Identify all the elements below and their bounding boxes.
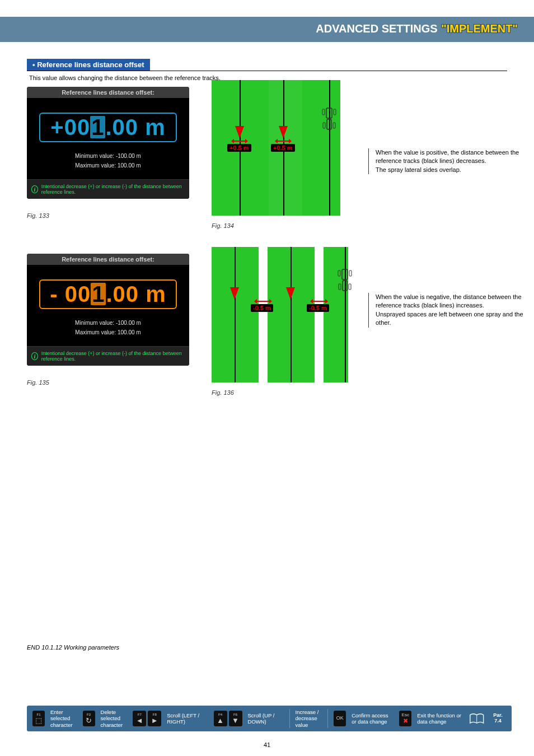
- svg-rect-2: [322, 109, 325, 115]
- svg-rect-3: [334, 109, 336, 115]
- reference-line: [235, 247, 236, 382]
- readout-prefix: - 00: [50, 282, 91, 306]
- spray-band: [302, 80, 340, 216]
- offset-readout-positive[interactable]: +001.00 m: [39, 113, 177, 142]
- book-icon: [469, 711, 484, 726]
- scroll-ud-keys: F4▲ F6▼: [214, 711, 242, 726]
- ok-key[interactable]: OK: [334, 711, 346, 726]
- explanation-negative: When the value is negative, the distance…: [368, 293, 525, 328]
- svg-rect-10: [339, 284, 341, 290]
- svg-rect-8: [338, 270, 340, 276]
- fig-caption-134: Fig. 134: [212, 222, 234, 229]
- offset-chip: -0.5 m: [251, 304, 273, 312]
- f1-key[interactable]: F1⬚: [32, 711, 45, 726]
- double-arrow-icon: [277, 141, 289, 142]
- double-arrow-icon: [233, 141, 246, 142]
- reload-icon: ↻: [86, 717, 92, 724]
- end-note: END 10.1.12 Working parameters: [27, 644, 119, 651]
- svg-rect-6: [342, 269, 348, 279]
- svg-rect-9: [349, 270, 352, 276]
- minmax-values: Minimum value: -100.00 m Maximum value: …: [27, 149, 189, 179]
- readout-cursor[interactable]: 1: [91, 283, 106, 305]
- arrow-down-icon: [230, 287, 239, 300]
- fig-caption-133: Fig. 133: [27, 212, 49, 219]
- info-icon: i: [31, 185, 38, 193]
- ok-label: OK: [336, 716, 344, 721]
- info-text: Intentional decrease (+) or increase (-)…: [41, 184, 185, 195]
- diagram-positive: +0.5 m +0.5 m Fig. 134: [212, 80, 352, 226]
- svg-rect-0: [326, 108, 332, 118]
- diagram-negative: -0.5 m -0.5 m Fig. 136: [212, 247, 352, 393]
- input-panel-negative: Reference lines distance offset: - 001.0…: [27, 254, 189, 366]
- double-arrow-icon: [312, 301, 326, 302]
- reference-line: [291, 247, 292, 382]
- minmax-values: Minimum value: -100.00 m Maximum value: …: [27, 316, 189, 346]
- panel-title: Reference lines distance offset:: [27, 87, 189, 98]
- offset-chip: -0.5 m: [307, 304, 329, 312]
- input-panel-positive: Reference lines distance offset: +001.00…: [27, 87, 189, 199]
- svg-rect-4: [323, 123, 325, 128]
- offset-chip: +0.5 m: [227, 144, 251, 152]
- page: ADVANCED SETTINGS "IMPLEMENT" • Referenc…: [0, 0, 534, 756]
- offset-readout-negative[interactable]: - 001.00 m: [39, 279, 177, 309]
- f6-key[interactable]: F6▼: [229, 711, 242, 726]
- f1-label: Enter selected character: [50, 709, 77, 728]
- max-value: Maximum value: 100.00 m: [27, 161, 189, 170]
- arrow-right-icon: ►: [151, 717, 158, 724]
- esc-key[interactable]: Esc✖: [399, 711, 411, 726]
- f2-key[interactable]: F2↻: [83, 711, 95, 726]
- double-arrow-icon: [256, 301, 270, 302]
- explanation-positive: When the value is positive, the distance…: [368, 148, 525, 174]
- readout-suffix: .00 m: [106, 282, 166, 306]
- svg-rect-7: [343, 281, 347, 291]
- character-icon: ⬚: [35, 717, 42, 724]
- info-bar: i Intentional decrease (+) or increase (…: [27, 346, 189, 366]
- fig-caption-136: Fig. 136: [212, 389, 234, 396]
- svg-rect-1: [327, 119, 331, 129]
- f7-key[interactable]: F7◄: [133, 711, 146, 726]
- arrow-down-icon: [235, 126, 244, 138]
- info-bar: i Intentional decrease (+) or increase (…: [27, 179, 189, 199]
- cancel-icon: ✖: [403, 718, 408, 724]
- tractor-icon: [321, 106, 337, 133]
- header-title-text: ADVANCED SETTINGS: [316, 22, 441, 35]
- incdec-label: Increase / decrease value: [296, 709, 322, 728]
- scroll-lr-label: Scroll (LEFT / RIGHT): [167, 712, 208, 725]
- footer-keybar: F1⬚ Enter selected character F2↻ Delete …: [27, 706, 512, 731]
- fig-caption-135: Fig. 135: [27, 379, 49, 386]
- par-ref: Par. 7.4: [490, 713, 506, 724]
- scroll-lr-keys: F7◄ F8►: [133, 711, 161, 726]
- readout-cursor[interactable]: 1: [90, 116, 105, 138]
- content: • Reference lines distance offset This v…: [0, 42, 534, 410]
- arrow-down-icon: [279, 126, 288, 138]
- section-header: • Reference lines distance offset: [27, 59, 507, 71]
- page-header-title: ADVANCED SETTINGS "IMPLEMENT": [316, 22, 518, 35]
- tractor-icon: [337, 267, 353, 294]
- f4-key[interactable]: F4▲: [214, 711, 227, 726]
- scroll-ud-label: Scroll (UP / DOWN): [248, 712, 284, 725]
- ok-label: Confirm access or data change: [352, 712, 394, 725]
- arrow-down-icon: [286, 287, 295, 300]
- page-number: 41: [0, 741, 534, 748]
- readout-suffix: .00 m: [105, 115, 165, 139]
- max-value: Maximum value: 100.00 m: [27, 328, 189, 337]
- panel-title: Reference lines distance offset:: [27, 254, 189, 265]
- info-text: Intentional decrease (+) or increase (-)…: [41, 351, 185, 362]
- separator: [289, 709, 290, 728]
- row-positive: Reference lines distance offset: +001.00…: [27, 87, 507, 244]
- info-icon: i: [31, 352, 38, 360]
- f8-key[interactable]: F8►: [148, 711, 161, 726]
- header-band: ADVANCED SETTINGS "IMPLEMENT": [0, 17, 534, 42]
- svg-rect-11: [349, 284, 351, 290]
- row-negative: Reference lines distance offset: - 001.0…: [27, 254, 507, 410]
- f2-label: Delete selected character: [101, 709, 128, 728]
- offset-chip: +0.5 m: [271, 144, 295, 152]
- arrow-up-icon: ▲: [217, 717, 224, 724]
- arrow-left-icon: ◄: [136, 717, 143, 724]
- esc-label: Esc: [402, 713, 409, 717]
- esc-label: Exit the function or data change: [417, 712, 463, 725]
- section-title: • Reference lines distance offset: [27, 59, 150, 71]
- readout-prefix: +00: [50, 115, 90, 139]
- min-value: Minimum value: -100.00 m: [27, 151, 189, 161]
- header-title-quoted: "IMPLEMENT": [441, 22, 518, 35]
